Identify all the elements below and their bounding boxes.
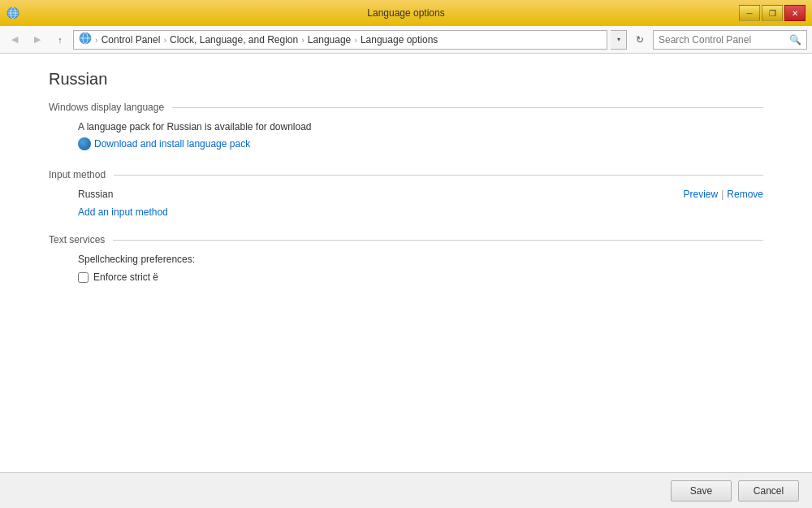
search-box: 🔍	[653, 30, 807, 50]
cancel-button[interactable]: Cancel	[738, 480, 799, 501]
spellcheck-label: Spellchecking preferences:	[78, 254, 763, 265]
globe-icon	[78, 137, 91, 150]
text-services-label: Text services	[49, 234, 105, 245]
display-language-label: Windows display language	[49, 102, 164, 113]
action-separator: |	[721, 189, 723, 200]
language-pack-info: A language pack for Russian is available…	[78, 121, 763, 132]
add-input-method-link[interactable]: Add an input method	[78, 206, 168, 218]
restore-button[interactable]: ❐	[762, 5, 783, 21]
download-language-pack-link[interactable]: Download and install language pack	[78, 137, 250, 150]
refresh-button[interactable]: ↻	[630, 30, 650, 50]
breadcrumb: › Control Panel › Clock, Language, and R…	[79, 32, 602, 47]
input-method-row: Russian Preview | Remove	[78, 189, 763, 200]
breadcrumb-clock-language[interactable]: Clock, Language, and Region	[170, 34, 298, 46]
input-method-header: Input method	[49, 169, 763, 180]
back-button[interactable]: ◀	[5, 30, 24, 50]
address-dropdown[interactable]: ▾	[611, 30, 627, 50]
text-services-content: Spellchecking preferences: Enforce stric…	[49, 254, 763, 283]
breadcrumb-icon	[79, 32, 92, 47]
breadcrumb-language[interactable]: Language	[308, 34, 351, 46]
page-title: Russian	[49, 70, 763, 89]
search-icon[interactable]: 🔍	[789, 34, 801, 46]
content-area: Russian Windows display language A langu…	[0, 54, 812, 472]
breadcrumb-control-panel[interactable]: Control Panel	[102, 34, 161, 46]
window-title: Language options	[367, 7, 444, 19]
display-language-header: Windows display language	[49, 102, 763, 113]
app-icon	[6, 7, 19, 20]
text-services-header: Text services	[49, 234, 763, 245]
text-services-divider	[113, 240, 763, 241]
remove-link[interactable]: Remove	[727, 189, 763, 200]
enforce-strict-label[interactable]: Enforce strict ё	[93, 271, 158, 283]
title-bar: Language options ─ ❐ ✕	[0, 0, 812, 26]
input-method-content: Russian Preview | Remove Add an input me…	[49, 189, 763, 218]
address-bar: ◀ ▶ ↑ › Control Panel › Clock, Language,…	[0, 26, 812, 54]
minimize-button[interactable]: ─	[739, 5, 760, 21]
enforce-strict-row: Enforce strict ё	[78, 271, 763, 283]
close-button[interactable]: ✕	[784, 5, 806, 21]
input-method-label: Input method	[49, 169, 106, 180]
search-input[interactable]	[659, 34, 789, 46]
text-services-section: Text services Spellchecking preferences:…	[49, 234, 763, 283]
enforce-strict-checkbox[interactable]	[78, 272, 89, 283]
title-bar-left	[6, 7, 19, 20]
main-area: Russian Windows display language A langu…	[0, 54, 812, 508]
input-method-section: Input method Russian Preview | Remove Ad…	[49, 169, 763, 218]
up-button[interactable]: ↑	[50, 30, 70, 50]
input-method-name: Russian	[78, 189, 113, 200]
breadcrumb-language-options[interactable]: Language options	[361, 34, 438, 46]
bottom-bar: Save Cancel	[0, 472, 812, 508]
save-button[interactable]: Save	[671, 480, 732, 501]
display-language-content: A language pack for Russian is available…	[49, 121, 763, 153]
address-path: › Control Panel › Clock, Language, and R…	[73, 30, 607, 50]
input-method-divider	[114, 175, 763, 176]
forward-button[interactable]: ▶	[28, 30, 47, 50]
display-language-section: Windows display language A language pack…	[49, 102, 763, 153]
download-link-text: Download and install language pack	[94, 138, 250, 150]
input-method-actions: Preview | Remove	[684, 189, 764, 200]
display-language-divider	[172, 107, 763, 108]
title-bar-buttons: ─ ❐ ✕	[739, 5, 806, 21]
preview-link[interactable]: Preview	[684, 189, 719, 200]
